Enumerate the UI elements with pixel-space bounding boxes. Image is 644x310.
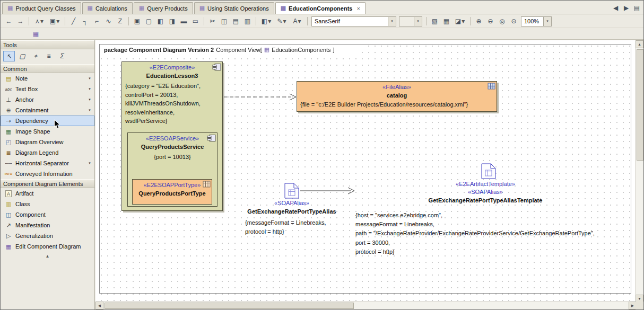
curved-path-icon: ∿ xyxy=(106,17,111,25)
component-catalog-file-alias[interactable]: «FileAlias» catalog {file = "c:/E2E Buil… xyxy=(297,81,497,112)
palette-item-text-box[interactable]: abc Text Box ▾ xyxy=(1,84,94,94)
palette-collapse-button[interactable]: ▲ xyxy=(1,252,94,260)
cut-button[interactable]: ✂ xyxy=(207,16,218,26)
fill-color-button[interactable]: ◧▾ xyxy=(259,16,274,26)
soap-alias-artifact-icon[interactable] xyxy=(284,183,299,199)
tab-using-static-operations[interactable]: ▦ Using Static Operations xyxy=(194,2,274,14)
chevron-down-icon[interactable]: ▾ xyxy=(87,98,92,102)
marquee-tool-button[interactable]: ▢ xyxy=(16,51,28,61)
component-properties: {category = "E2E Education", controlPort… xyxy=(122,80,222,126)
insert-table-button[interactable]: ▦ xyxy=(441,16,452,26)
zoom-level-select[interactable]: 100% ▾ xyxy=(521,16,552,26)
palette-item-class[interactable]: ▥ Class xyxy=(1,199,94,209)
tab-education-components[interactable]: ▦ EducationComponents × xyxy=(275,2,365,14)
remove-bends-button[interactable]: Z xyxy=(115,16,126,26)
chevron-down-icon[interactable]: ▾ xyxy=(388,17,396,26)
chevron-down-icon[interactable]: ▾ xyxy=(87,108,92,112)
diagram-canvas[interactable]: package Component Diagram Version 2 Comp… xyxy=(95,40,637,303)
palette-item-diagram-overview[interactable]: ◰ Diagram Overview xyxy=(1,137,94,147)
horizontal-scrollbar[interactable]: ◀ ▶ xyxy=(95,302,637,309)
font-family-select[interactable]: SansSerif ▾ xyxy=(311,16,396,26)
reset-size-button[interactable]: ▭ xyxy=(190,16,201,26)
scroll-left-button[interactable]: ◀ xyxy=(95,302,103,309)
note-icon: ▤ xyxy=(4,75,13,82)
previous-tab-button[interactable]: ◀ xyxy=(611,3,620,12)
stereotype-label: «E2EArtifactTemplate» xyxy=(406,180,565,188)
rounded-path-button[interactable]: ⌐ xyxy=(91,16,102,26)
paste-button[interactable]: ▤ xyxy=(230,16,241,26)
zoom-fit-button[interactable]: ⊙ xyxy=(508,16,519,26)
close-icon[interactable]: × xyxy=(355,5,360,12)
selection-tool-icon: ↖ xyxy=(6,52,12,60)
palette-item-image-shape[interactable]: ▦ Image Shape xyxy=(1,126,94,137)
palette-item-note[interactable]: ▤ Note ▾ xyxy=(1,73,94,84)
tab-calculations[interactable]: ▦ Calculations xyxy=(82,2,133,14)
vertical-scroll-thumb[interactable] xyxy=(637,49,643,161)
rectilinear-path-button[interactable]: ┐ xyxy=(80,16,91,26)
section-header-tools[interactable]: Tools xyxy=(1,40,94,49)
oblique-path-button[interactable]: ╱ xyxy=(68,16,79,26)
palette-item-artifact[interactable]: A Artifact xyxy=(1,188,94,199)
selection-tool-button[interactable]: ↖ xyxy=(3,51,15,61)
artifact-template-icon[interactable] xyxy=(481,163,496,179)
zoom-out-button[interactable]: ⊖ xyxy=(485,16,496,26)
stereotype-label: «E2ESOAPPortType» xyxy=(133,180,212,189)
tab-product-query-classes[interactable]: ▦ Product Query Classes xyxy=(2,2,81,14)
to-front-button[interactable]: ▣ xyxy=(132,16,143,26)
insert-shape-button[interactable]: ▧ xyxy=(429,16,440,26)
line-color-button[interactable]: ✎▾ xyxy=(274,16,289,26)
tree-layout-button[interactable]: ⋏▾ xyxy=(32,16,47,26)
zoom-in-button[interactable]: ⊕ xyxy=(473,16,484,26)
glue-tool-button[interactable]: ⌖ xyxy=(30,51,41,61)
palette-item-edit-component-diagram[interactable]: ▦ Edit Component Diagram xyxy=(1,241,94,252)
palette-item-label: Diagram Legend xyxy=(15,149,92,156)
swimlane-tool-button[interactable]: Σ xyxy=(56,51,68,61)
stereotype-label: «FileAlias» xyxy=(297,82,497,91)
curved-path-button[interactable]: ∿ xyxy=(103,16,114,26)
chevron-down-icon[interactable]: ▾ xyxy=(87,76,92,81)
align-tool-button[interactable]: ≡ xyxy=(43,51,55,61)
back-button[interactable]: ← xyxy=(3,16,14,26)
palette-item-containment[interactable]: ⊕ Containment ▾ xyxy=(1,105,94,116)
chevron-down-icon[interactable]: ▾ xyxy=(87,161,92,165)
tab-query-products[interactable]: ▦ Query Products xyxy=(134,2,193,14)
chevron-down-icon[interactable]: ▾ xyxy=(543,17,551,26)
section-header-common[interactable]: Common xyxy=(1,64,94,73)
component-query-products-port-type[interactable]: «E2ESOAPPortType» QueryProductsPortType xyxy=(132,179,212,205)
send-backward-button[interactable]: ◨ xyxy=(167,16,178,26)
forward-button[interactable]: → xyxy=(15,16,26,26)
related-elements-button[interactable]: ◪▾ xyxy=(452,16,467,26)
palette-item-diagram-legend[interactable]: ≣ Diagram Legend xyxy=(1,147,94,158)
scroll-right-icon: ▶ xyxy=(631,304,634,308)
section-title: Tools xyxy=(3,42,17,48)
same-size-button[interactable]: ▬ xyxy=(178,16,189,26)
zoom-reset-button[interactable]: ◎ xyxy=(497,16,508,26)
palette-item-component[interactable]: ◫ Component xyxy=(1,209,94,220)
palette-item-conveyed-information[interactable]: INFO Conveyed Information xyxy=(1,169,94,179)
palette-item-generalization[interactable]: ▷ Generalization xyxy=(1,231,94,241)
font-color-button[interactable]: A▾ xyxy=(290,16,304,26)
palette-item-anchor[interactable]: ⊥ Anchor ▾ xyxy=(1,94,94,105)
scroll-up-button[interactable]: ▲ xyxy=(636,40,643,48)
palette-item-manifestation[interactable]: ↗ Manifestation xyxy=(1,220,94,231)
section-header-component-diagram-elements[interactable]: Component Diagram Elements xyxy=(1,179,94,188)
font-size-select[interactable]: ▾ xyxy=(399,16,422,26)
palette-item-label: Containment xyxy=(15,107,84,113)
tab-list-button[interactable]: ▤ xyxy=(632,3,641,12)
palette-item-dependency[interactable]: ⇢ Dependency xyxy=(1,116,94,126)
palette-item-horizontal-separator[interactable]: ┄┄ Horizontal Separator ▾ xyxy=(1,158,94,169)
clone-button[interactable]: ▥ xyxy=(242,16,253,26)
show-structure-button[interactable]: ▦ xyxy=(30,29,41,39)
artifact-template-labels[interactable]: «E2EArtifactTemplate» «SOAPAlias» GetExc… xyxy=(406,180,565,205)
soap-alias-labels[interactable]: «SOAPAlias» GetExchangeRatePortTypeAlias xyxy=(233,199,350,216)
bring-forward-button[interactable]: ◧ xyxy=(155,16,166,26)
horizontal-scroll-thumb[interactable] xyxy=(105,303,354,309)
to-back-button[interactable]: ▢ xyxy=(143,16,154,26)
chevron-down-icon[interactable]: ▾ xyxy=(87,87,92,91)
forward-icon: → xyxy=(18,17,24,25)
next-tab-button[interactable]: ▶ xyxy=(622,3,631,12)
chevron-down-icon[interactable]: ▾ xyxy=(414,17,422,26)
vertical-scrollbar[interactable]: ▲ ▼ xyxy=(636,40,643,303)
insert-note-button[interactable]: ▣▾ xyxy=(47,16,62,26)
copy-button[interactable]: ◫ xyxy=(219,16,230,26)
